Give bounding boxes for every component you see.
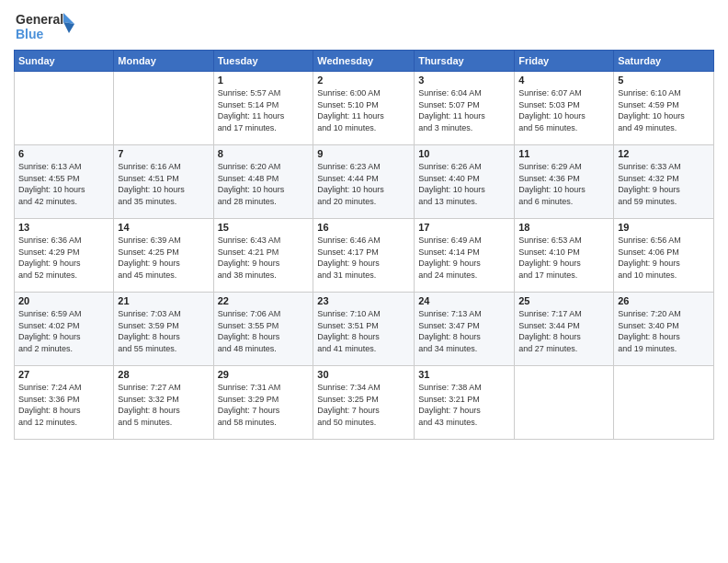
weekday-header-sunday: Sunday <box>15 51 114 72</box>
day-number: 22 <box>218 295 310 306</box>
calendar-cell: 20Sunrise: 6:59 AMSunset: 4:02 PMDayligh… <box>15 293 114 366</box>
day-detail: Sunrise: 6:13 AMSunset: 4:55 PMDaylight:… <box>18 161 109 207</box>
day-detail: Sunrise: 6:04 AMSunset: 5:07 PMDaylight:… <box>418 87 510 133</box>
day-number: 9 <box>317 148 410 159</box>
day-detail: Sunrise: 6:23 AMSunset: 4:44 PMDaylight:… <box>317 161 410 207</box>
calendar-cell: 18Sunrise: 6:53 AMSunset: 4:10 PMDayligh… <box>515 219 614 293</box>
day-detail: Sunrise: 7:34 AMSunset: 3:25 PMDaylight:… <box>317 382 410 428</box>
calendar-cell: 24Sunrise: 7:13 AMSunset: 3:47 PMDayligh… <box>415 293 515 366</box>
calendar-cell: 6Sunrise: 6:13 AMSunset: 4:55 PMDaylight… <box>15 145 114 219</box>
weekday-header-row: SundayMondayTuesdayWednesdayThursdayFrid… <box>15 51 714 72</box>
weekday-header-monday: Monday <box>114 51 213 72</box>
day-number: 27 <box>18 369 109 380</box>
svg-text:General: General <box>16 12 63 27</box>
day-detail: Sunrise: 6:49 AMSunset: 4:14 PMDaylight:… <box>418 235 510 281</box>
calendar-cell: 14Sunrise: 6:39 AMSunset: 4:25 PMDayligh… <box>114 219 213 293</box>
day-detail: Sunrise: 6:59 AMSunset: 4:02 PMDaylight:… <box>18 308 109 354</box>
day-detail: Sunrise: 7:27 AMSunset: 3:32 PMDaylight:… <box>118 382 209 428</box>
day-number: 21 <box>118 295 209 306</box>
day-detail: Sunrise: 6:10 AMSunset: 4:59 PMDaylight:… <box>618 87 710 133</box>
calendar-cell: 15Sunrise: 6:43 AMSunset: 4:21 PMDayligh… <box>213 219 313 293</box>
svg-text:Blue: Blue <box>16 27 44 41</box>
day-detail: Sunrise: 6:36 AMSunset: 4:29 PMDaylight:… <box>18 235 109 281</box>
day-detail: Sunrise: 6:53 AMSunset: 4:10 PMDaylight:… <box>518 235 609 281</box>
day-detail: Sunrise: 6:46 AMSunset: 4:17 PMDaylight:… <box>317 235 410 281</box>
day-number: 10 <box>418 148 510 159</box>
day-number: 2 <box>317 75 410 86</box>
calendar-cell: 9Sunrise: 6:23 AMSunset: 4:44 PMDaylight… <box>313 145 415 219</box>
day-detail: Sunrise: 6:07 AMSunset: 5:03 PMDaylight:… <box>518 87 609 133</box>
day-detail: Sunrise: 7:03 AMSunset: 3:59 PMDaylight:… <box>118 308 209 354</box>
day-detail: Sunrise: 7:13 AMSunset: 3:47 PMDaylight:… <box>418 308 510 354</box>
day-detail: Sunrise: 7:20 AMSunset: 3:40 PMDaylight:… <box>618 308 710 354</box>
day-number: 20 <box>18 295 109 306</box>
calendar-week-2: 6Sunrise: 6:13 AMSunset: 4:55 PMDaylight… <box>15 145 714 219</box>
calendar-cell: 13Sunrise: 6:36 AMSunset: 4:29 PMDayligh… <box>15 219 114 293</box>
calendar-cell <box>15 72 114 145</box>
weekday-header-thursday: Thursday <box>415 51 515 72</box>
day-number: 19 <box>618 222 710 233</box>
day-number: 7 <box>118 148 209 159</box>
day-detail: Sunrise: 7:31 AMSunset: 3:29 PMDaylight:… <box>218 382 310 428</box>
calendar-cell <box>114 72 213 145</box>
logo-icon: GeneralBlue <box>14 9 78 42</box>
calendar-cell <box>614 366 714 440</box>
day-number: 24 <box>418 295 510 306</box>
day-number: 15 <box>218 222 310 233</box>
day-number: 17 <box>418 222 510 233</box>
day-detail: Sunrise: 6:39 AMSunset: 4:25 PMDaylight:… <box>118 235 209 281</box>
calendar-cell: 23Sunrise: 7:10 AMSunset: 3:51 PMDayligh… <box>313 293 415 366</box>
day-number: 23 <box>317 295 410 306</box>
calendar-cell: 28Sunrise: 7:27 AMSunset: 3:32 PMDayligh… <box>114 366 213 440</box>
calendar-cell <box>515 366 614 440</box>
calendar-cell: 22Sunrise: 7:06 AMSunset: 3:55 PMDayligh… <box>213 293 313 366</box>
day-detail: Sunrise: 6:29 AMSunset: 4:36 PMDaylight:… <box>518 161 609 207</box>
day-number: 25 <box>518 295 609 306</box>
day-detail: Sunrise: 6:43 AMSunset: 4:21 PMDaylight:… <box>218 235 310 281</box>
day-number: 29 <box>218 369 310 380</box>
day-number: 6 <box>18 148 109 159</box>
day-number: 13 <box>18 222 109 233</box>
calendar-cell: 11Sunrise: 6:29 AMSunset: 4:36 PMDayligh… <box>515 145 614 219</box>
day-detail: Sunrise: 7:06 AMSunset: 3:55 PMDaylight:… <box>218 308 310 354</box>
calendar-cell: 31Sunrise: 7:38 AMSunset: 3:21 PMDayligh… <box>415 366 515 440</box>
calendar-cell: 19Sunrise: 6:56 AMSunset: 4:06 PMDayligh… <box>614 219 714 293</box>
day-detail: Sunrise: 7:10 AMSunset: 3:51 PMDaylight:… <box>317 308 410 354</box>
calendar-table: SundayMondayTuesdayWednesdayThursdayFrid… <box>14 50 714 440</box>
day-number: 31 <box>418 369 510 380</box>
calendar-cell: 1Sunrise: 5:57 AMSunset: 5:14 PMDaylight… <box>213 72 313 145</box>
calendar-week-1: 1Sunrise: 5:57 AMSunset: 5:14 PMDaylight… <box>15 72 714 145</box>
weekday-header-wednesday: Wednesday <box>313 51 415 72</box>
day-number: 11 <box>518 148 609 159</box>
day-detail: Sunrise: 6:00 AMSunset: 5:10 PMDaylight:… <box>317 87 410 133</box>
weekday-header-saturday: Saturday <box>614 51 714 72</box>
calendar-cell: 29Sunrise: 7:31 AMSunset: 3:29 PMDayligh… <box>213 366 313 440</box>
weekday-header-friday: Friday <box>515 51 614 72</box>
day-number: 4 <box>518 75 609 86</box>
calendar-cell: 27Sunrise: 7:24 AMSunset: 3:36 PMDayligh… <box>15 366 114 440</box>
svg-marker-2 <box>63 13 74 24</box>
day-detail: Sunrise: 7:38 AMSunset: 3:21 PMDaylight:… <box>418 382 510 428</box>
day-detail: Sunrise: 7:24 AMSunset: 3:36 PMDaylight:… <box>18 382 109 428</box>
day-detail: Sunrise: 6:26 AMSunset: 4:40 PMDaylight:… <box>418 161 510 207</box>
calendar-cell: 7Sunrise: 6:16 AMSunset: 4:51 PMDaylight… <box>114 145 213 219</box>
svg-marker-3 <box>63 22 74 33</box>
calendar-cell: 2Sunrise: 6:00 AMSunset: 5:10 PMDaylight… <box>313 72 415 145</box>
day-number: 18 <box>518 222 609 233</box>
day-detail: Sunrise: 7:17 AMSunset: 3:44 PMDaylight:… <box>518 308 609 354</box>
day-detail: Sunrise: 6:33 AMSunset: 4:32 PMDaylight:… <box>618 161 710 207</box>
day-number: 28 <box>118 369 209 380</box>
weekday-header-tuesday: Tuesday <box>213 51 313 72</box>
logo: GeneralBlue <box>14 9 78 42</box>
calendar-cell: 25Sunrise: 7:17 AMSunset: 3:44 PMDayligh… <box>515 293 614 366</box>
page-header: GeneralBlue <box>14 9 714 42</box>
calendar-week-3: 13Sunrise: 6:36 AMSunset: 4:29 PMDayligh… <box>15 219 714 293</box>
calendar-cell: 26Sunrise: 7:20 AMSunset: 3:40 PMDayligh… <box>614 293 714 366</box>
calendar-cell: 8Sunrise: 6:20 AMSunset: 4:48 PMDaylight… <box>213 145 313 219</box>
calendar-cell: 21Sunrise: 7:03 AMSunset: 3:59 PMDayligh… <box>114 293 213 366</box>
day-number: 1 <box>218 75 310 86</box>
day-number: 16 <box>317 222 410 233</box>
calendar-cell: 3Sunrise: 6:04 AMSunset: 5:07 PMDaylight… <box>415 72 515 145</box>
calendar-cell: 17Sunrise: 6:49 AMSunset: 4:14 PMDayligh… <box>415 219 515 293</box>
day-detail: Sunrise: 6:20 AMSunset: 4:48 PMDaylight:… <box>218 161 310 207</box>
